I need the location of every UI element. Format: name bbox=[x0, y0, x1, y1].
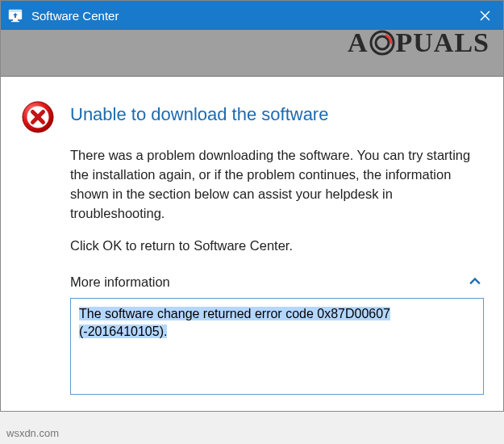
dialog-window: Software Center bbox=[0, 0, 504, 412]
svg-rect-2 bbox=[13, 19, 18, 21]
error-header: Unable to download the software bbox=[20, 99, 484, 135]
dialog-content: Unable to download the software There wa… bbox=[1, 77, 503, 411]
error-body-column: There was a problem downloading the soft… bbox=[70, 146, 484, 395]
more-info-label: More information bbox=[70, 274, 170, 290]
chevron-up-icon bbox=[469, 275, 481, 288]
error-detail-box[interactable]: The software change returned error code … bbox=[70, 298, 484, 395]
ribbon-placeholder bbox=[1, 30, 503, 77]
more-info-toggle[interactable]: More information bbox=[70, 274, 484, 290]
close-icon bbox=[480, 10, 490, 21]
svg-rect-3 bbox=[11, 21, 19, 22]
close-button[interactable] bbox=[466, 1, 503, 30]
window-title: Software Center bbox=[31, 9, 466, 23]
error-body-text: There was a problem downloading the soft… bbox=[70, 146, 484, 224]
error-heading: Unable to download the software bbox=[70, 99, 328, 125]
titlebar: Software Center bbox=[1, 1, 503, 30]
source-label: wsxdn.com bbox=[6, 427, 59, 439]
error-icon bbox=[20, 99, 56, 135]
error-detail-text: The software change returned error code … bbox=[79, 307, 390, 338]
error-ok-line: Click OK to return to Software Center. bbox=[70, 238, 484, 253]
app-icon bbox=[7, 7, 23, 23]
svg-rect-1 bbox=[9, 10, 22, 12]
